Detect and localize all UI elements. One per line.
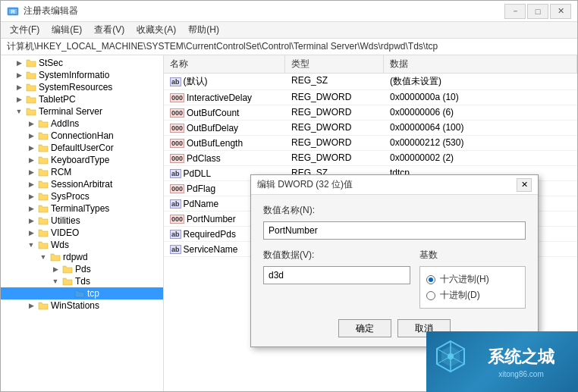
tree-item-winstations[interactable]: ▶ WinStations: [1, 299, 163, 312]
table-row[interactable]: 000 OutBufLength REG_DWORD 0x00000212 (5…: [164, 136, 577, 151]
tree-arrow-connectionhan: ▶: [25, 132, 37, 140]
close-button[interactable]: ✕: [550, 4, 571, 19]
cell-name-11: ab ServiceName: [164, 242, 285, 256]
tree-label-utilities: Utilities: [51, 215, 80, 226]
cell-name-7: 000 PdFlag: [164, 181, 285, 196]
tree-label-tcp: tcp: [87, 288, 99, 299]
table-row[interactable]: ab (默认) REG_SZ (数值未设置): [164, 74, 577, 90]
tree-item-connectionhan[interactable]: ▶ ConnectionHan: [1, 130, 163, 142]
tree-item-keyboardtype[interactable]: ▶ KeyboardType: [1, 154, 163, 166]
cell-type-0: REG_SZ: [285, 74, 384, 89]
tree-arrow-addins: ▶: [25, 120, 37, 127]
cell-type-9: [285, 212, 384, 226]
tree-item-defaultusercor[interactable]: ▶ DefaultUserCor: [1, 142, 163, 154]
reg-name-7: PdFlag: [187, 183, 215, 194]
reg-name-2: OutBufCount: [187, 108, 239, 118]
cell-name-9: 000 PortNumber: [164, 212, 285, 226]
address-text: 计算机\HKEY_LOCAL_MACHINE\SYSTEM\CurrentCon…: [7, 40, 438, 53]
tree-item-addins[interactable]: ▶ AddIns: [1, 118, 163, 130]
main-content: ▶ StSec ▶ SystemInformatio ▶: [1, 55, 577, 391]
table-row[interactable]: ab PdDLL REG_SZ tdtcp: [164, 166, 577, 181]
title-bar-left: R 注册表编辑器: [7, 5, 78, 17]
tree-label-tabletpc: TabletPC: [39, 94, 76, 105]
address-bar: 计算机\HKEY_LOCAL_MACHINE\SYSTEM\CurrentCon…: [1, 39, 577, 55]
cell-name-10: ab RequiredPds: [164, 227, 285, 241]
maximize-button[interactable]: □: [527, 4, 548, 19]
folder-icon-pds: [61, 264, 74, 274]
menu-help[interactable]: 帮助(H): [182, 22, 225, 38]
table-header: 名称 类型 数据: [164, 55, 577, 74]
cell-type-7: [285, 181, 384, 196]
reg-type-icon-5: 000: [170, 154, 184, 163]
cell-data-5: 0x00000002 (2): [384, 151, 577, 165]
tree-label-defaultusercor: DefaultUserCor: [51, 143, 114, 153]
reg-icon-4: 000 OutBufLength: [170, 138, 243, 149]
table-row[interactable]: 000 PortNumber: [164, 212, 577, 227]
reg-icon-5: 000 PdClass: [170, 153, 221, 164]
table-row[interactable]: 000 PdFlag: [164, 181, 577, 196]
reg-type-icon-0: ab: [170, 77, 181, 86]
tree-item-tds[interactable]: ▼ Tds: [1, 275, 163, 287]
cell-type-3: REG_DWORD: [285, 121, 384, 135]
tree-item-pds[interactable]: ▶ Pds: [1, 263, 163, 275]
cell-name-2: 000 OutBufCount: [164, 105, 285, 120]
folder-icon-terminalserver: [25, 106, 37, 117]
tree-arrow-sysprocs: ▶: [25, 193, 37, 200]
table-row[interactable]: 000 InteractiveDelay REG_DWORD 0x0000000…: [164, 90, 577, 105]
table-row[interactable]: 000 OutBufDelay REG_DWORD 0x00000064 (10…: [164, 121, 577, 136]
tree-item-terminaltypes[interactable]: ▶ TerminalTypes: [1, 202, 163, 215]
tree-arrow-sysinfo: ▶: [13, 71, 25, 79]
reg-type-icon-4: 000: [170, 139, 184, 148]
tree-item-terminalserver[interactable]: ▼ Terminal Server: [1, 105, 163, 118]
tree-item-video[interactable]: ▶ VIDEO: [1, 227, 163, 239]
tree-item-sysprocs[interactable]: ▶ SysProcs: [1, 190, 163, 202]
tree-item-stsec[interactable]: ▶ StSec: [1, 57, 163, 69]
folder-icon-defaultusercor: [37, 143, 49, 153]
folder-icon-utilities: [37, 215, 49, 226]
tree-item-wds[interactable]: ▼ Wds: [1, 239, 163, 251]
folder-icon-stsec: [25, 58, 37, 68]
folder-icon-sessionarbitrat: [37, 179, 49, 190]
reg-type-icon-9: 000: [170, 215, 184, 224]
tree-label-pds: Pds: [75, 264, 91, 274]
minimize-button[interactable]: －: [504, 4, 526, 19]
menu-favorites[interactable]: 收藏夹(A): [130, 22, 182, 38]
table-row[interactable]: 000 PdClass REG_DWORD 0x00000002 (2): [164, 151, 577, 166]
header-name: 名称: [164, 55, 285, 73]
menu-view[interactable]: 查看(V): [88, 22, 130, 38]
tree-arrow-rcm: ▶: [25, 168, 37, 176]
tree-item-sysinfo[interactable]: ▶ SystemInformatio: [1, 69, 163, 81]
menu-file[interactable]: 文件(F): [4, 22, 46, 38]
tree-item-rdpwd[interactable]: ▼ rdpwd: [1, 251, 163, 263]
cell-type-10: [285, 227, 384, 241]
reg-name-10: RequiredPds: [184, 229, 236, 240]
table-row[interactable]: ab RequiredPds: [164, 227, 577, 242]
menu-edit[interactable]: 编辑(E): [46, 22, 88, 38]
folder-icon-sysinfo: [25, 70, 37, 80]
tree-arrow-stsec: ▶: [13, 59, 25, 67]
tree-item-tcp[interactable]: tcp: [1, 287, 163, 299]
table-row[interactable]: ab ServiceName: [164, 242, 577, 257]
reg-icon-6: ab PdDLL: [170, 168, 211, 179]
tree-arrow-winstations: ▶: [25, 302, 37, 309]
tree-item-rcm[interactable]: ▶ RCM: [1, 166, 163, 178]
tree-item-utilities[interactable]: ▶ Utilities: [1, 215, 163, 227]
svg-text:R: R: [11, 9, 14, 14]
tree-item-tabletpc[interactable]: ▶ TabletPC: [1, 93, 163, 105]
cell-data-6: tdtcp: [384, 166, 577, 180]
tree-item-sessionarbitrat[interactable]: ▶ SessionArbitrat: [1, 178, 163, 190]
tree-arrow-terminaltypes: ▶: [25, 205, 37, 212]
tree-item-sysres[interactable]: ▶ SystemResources: [1, 81, 163, 93]
tree-label-rcm: RCM: [51, 167, 71, 177]
reg-name-9: PortNumber: [187, 214, 236, 224]
table-row[interactable]: 000 OutBufCount REG_DWORD 0x00000006 (6): [164, 105, 577, 121]
cell-data-11: [384, 242, 577, 256]
reg-icon-11: ab ServiceName: [170, 244, 238, 255]
window-title: 注册表编辑器: [24, 5, 78, 17]
table-row[interactable]: ab PdName: [164, 196, 577, 212]
tree-label-terminaltypes: TerminalTypes: [51, 203, 109, 214]
reg-type-icon-10: ab: [170, 230, 181, 239]
tree-pane[interactable]: ▶ StSec ▶ SystemInformatio ▶: [1, 55, 164, 391]
reg-name-5: PdClass: [187, 153, 221, 164]
tree-label-addins: AddIns: [51, 118, 79, 129]
